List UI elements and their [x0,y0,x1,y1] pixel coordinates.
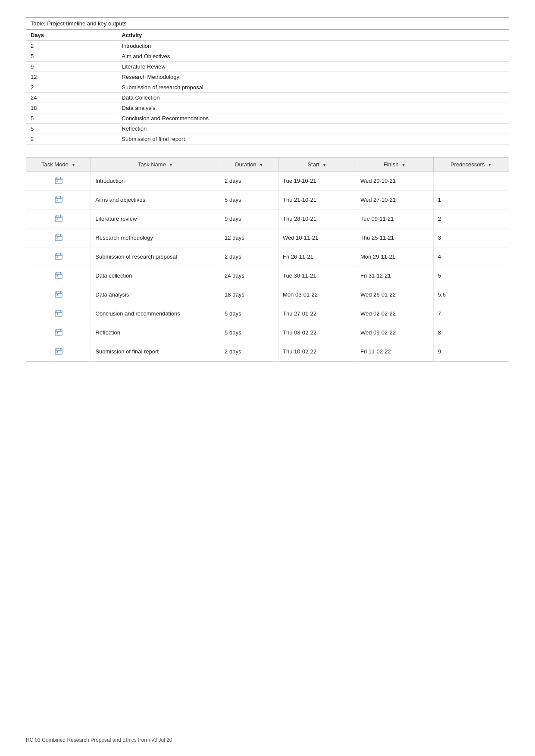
summary-row: 2Introduction [26,41,509,51]
summary-cell-activity: Data Collection [117,93,509,103]
task-mode-cell [26,191,91,209]
summary-cell-activity: Conclusion and Recommendations [117,113,509,124]
task-row: Aims and objectives5 daysThu 21-10-21Wed… [26,191,509,209]
summary-table: Days Activity 2Introduction5Aim and Obje… [26,30,509,144]
task-mode-icon [54,252,63,261]
task-predecessors-cell: 1 [433,191,509,209]
task-duration-cell: 2 days [220,172,278,191]
summary-header-activity: Activity [117,30,509,41]
task-predecessors-cell: 4 [433,247,509,266]
th-duration-label: Duration [235,161,256,168]
th-duration[interactable]: Duration ▼ [220,158,278,172]
svg-rect-4 [55,197,62,203]
task-row: Reflection5 daysThu 03-02-22Wed 09-02-22… [26,323,509,342]
svg-rect-24 [55,292,62,297]
summary-cell-days: 12 [26,72,117,82]
summary-cell-days: 5 [26,113,117,124]
task-name-cell: Aims and objectives [91,191,220,209]
task-row: Submission of research proposal2 daysFri… [26,247,509,266]
task-mode-icon [54,195,63,204]
task-duration-cell: 24 days [220,266,278,285]
summary-cell-activity: Introduction [117,41,509,51]
task-row: Submission of final report2 daysThu 10-0… [26,342,509,361]
task-finish-cell: Wed 26-01-22 [356,285,433,304]
summary-cell-days: 9 [26,62,117,72]
th-start-label: Start [307,161,319,168]
task-mode-icon [54,328,63,337]
task-duration-cell: 5 days [220,191,278,209]
task-predecessors-cell: 9 [433,342,509,361]
page-footer: RC 03 Combined Research Proposal and Eth… [26,737,172,743]
task-mode-cell [26,209,91,228]
th-task-mode[interactable]: Task Mode ▼ [26,158,91,172]
task-name-cell: Data collection [91,266,220,285]
summary-cell-activity: Submission of research proposal [117,82,509,93]
task-mode-icon [54,214,63,223]
summary-cell-days: 2 [26,134,117,144]
th-start[interactable]: Start ▼ [278,158,356,172]
task-mode-icon [54,233,63,242]
task-start-cell: Thu 28-10-21 [278,209,356,228]
th-predecessors[interactable]: Predecessors ▼ [433,158,509,172]
start-sort-icon: ▼ [322,162,327,167]
summary-cell-activity: Literature Review [117,62,509,72]
th-finish-label: Finish [384,161,399,168]
summary-row: 2Submission of final report [26,134,509,144]
svg-rect-12 [55,235,62,241]
task-duration-cell: 9 days [220,209,278,228]
task-mode-cell [26,342,91,361]
task-mode-icon [54,290,63,299]
summary-cell-days: 5 [26,51,117,62]
summary-cell-days: 5 [26,124,117,134]
task-mode-icon [54,271,63,280]
task-predecessors-cell: 5,6 [433,285,509,304]
th-finish[interactable]: Finish ▼ [356,158,433,172]
summary-cell-days: 18 [26,103,117,113]
finish-sort-icon: ▼ [401,162,406,167]
task-mode-cell [26,323,91,342]
task-name-cell: Submission of final report [91,342,220,361]
svg-rect-0 [55,178,62,184]
summary-row: 5Conclusion and Recommendations [26,113,509,124]
task-finish-cell: Tue 09-11-21 [356,209,433,228]
task-predecessors-cell: 7 [433,304,509,323]
task-duration-cell: 5 days [220,323,278,342]
svg-rect-32 [55,330,62,335]
task-row: Conclusion and recommendations5 daysThu … [26,304,509,323]
task-duration-cell: 12 days [220,228,278,247]
task-row: Introduction2 daysTue 19-10-21Wed 20-10-… [26,172,509,191]
task-predecessors-cell: 8 [433,323,509,342]
task-name-cell: Conclusion and recommendations [91,304,220,323]
svg-rect-16 [55,254,62,259]
task-duration-cell: 2 days [220,247,278,266]
task-start-cell: Tue 30-11-21 [278,266,356,285]
summary-row: 2Submission of research proposal [26,82,509,93]
task-finish-cell: Fri 11-02-22 [356,342,433,361]
task-row: Literature review9 daysThu 28-10-21Tue 0… [26,209,509,228]
task-finish-cell: Wed 09-02-22 [356,323,433,342]
task-name-cell: Research methodology [91,228,220,247]
task-finish-cell: Wed 20-10-21 [356,172,433,191]
task-mode-cell [26,266,91,285]
task-finish-cell: Thu 25-11-21 [356,228,433,247]
task-name-cell: Submission of research proposal [91,247,220,266]
task-table: Task Mode ▼ Task Name ▼ Duration ▼ Start… [26,158,509,361]
task-predecessors-cell: 3 [433,228,509,247]
task-row: Data collection24 daysTue 30-11-21Fri 31… [26,266,509,285]
task-start-cell: Thu 27-01-22 [278,304,356,323]
summary-cell-days: 24 [26,93,117,103]
task-name-cell: Data analysis [91,285,220,304]
task-start-cell: Wed 10-11-21 [278,228,356,247]
task-table-wrapper: Task Mode ▼ Task Name ▼ Duration ▼ Start… [26,157,509,362]
th-task-name[interactable]: Task Name ▼ [91,158,220,172]
th-task-name-label: Task Name [138,161,166,168]
predecessors-sort-icon: ▼ [488,162,492,167]
summary-cell-activity: Data analysis [117,103,509,113]
svg-rect-8 [55,216,62,222]
task-start-cell: Mon 03-01-22 [278,285,356,304]
task-start-cell: Tue 19-10-21 [278,172,356,191]
summary-cell-activity: Aim and Objectives [117,51,509,62]
task-mode-sort-icon: ▼ [71,162,75,167]
th-task-mode-label: Task Mode [41,161,69,168]
summary-caption: Table: Project timeline and key outputs [26,18,509,30]
